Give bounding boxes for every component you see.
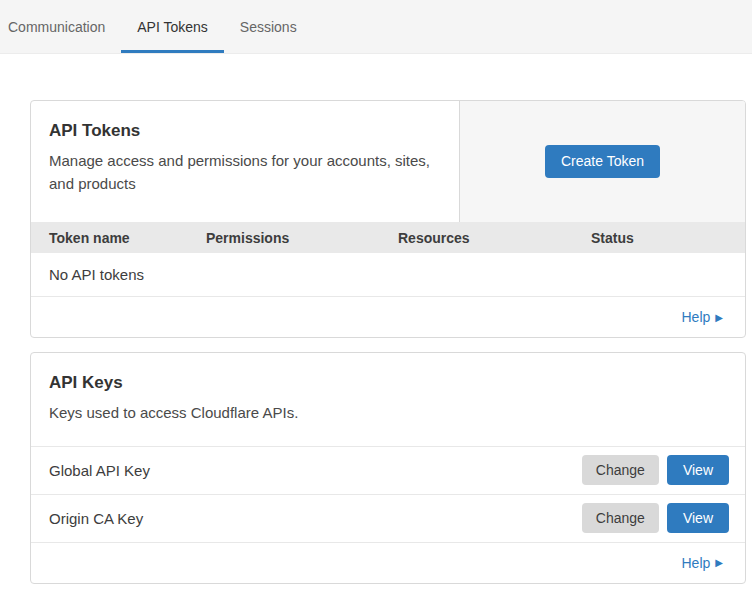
api-tokens-description: Manage access and permissions for your a…	[49, 150, 441, 195]
change-global-api-key-button[interactable]: Change	[582, 455, 659, 485]
help-arrow-icon: ▶	[715, 557, 723, 568]
tab-communication[interactable]: Communication	[8, 0, 121, 53]
tab-sessions[interactable]: Sessions	[224, 0, 313, 53]
api-keys-card-header: API Keys Keys used to access Cloudflare …	[31, 353, 745, 447]
api-tokens-card-header-actions: Create Token	[460, 101, 745, 222]
token-table-header-token-name: Token name	[49, 230, 206, 246]
create-token-button[interactable]: Create Token	[545, 145, 660, 177]
token-table-header-row: Token name Permissions Resources Status	[31, 222, 745, 253]
view-origin-ca-key-button[interactable]: View	[667, 503, 729, 533]
change-origin-ca-key-button[interactable]: Change	[582, 503, 659, 533]
help-arrow-icon: ▶	[715, 312, 723, 323]
token-table-empty-row: No API tokens	[31, 253, 745, 297]
api-tokens-card-header: API Tokens Manage access and permissions…	[31, 101, 745, 222]
empty-tokens-message: No API tokens	[49, 266, 144, 283]
view-global-api-key-button[interactable]: View	[667, 455, 729, 485]
help-link-label: Help	[682, 555, 711, 571]
api-tokens-title: API Tokens	[49, 121, 441, 141]
api-keys-help-row: Help ▶	[31, 543, 745, 583]
tab-api-tokens[interactable]: API Tokens	[121, 0, 224, 53]
api-key-label-origin-ca: Origin CA Key	[49, 510, 143, 527]
api-keys-help-link[interactable]: Help ▶	[682, 555, 724, 571]
token-table-header-status: Status	[591, 230, 745, 246]
api-tokens-help-row: Help ▶	[31, 297, 745, 337]
main-content: API Tokens Manage access and permissions…	[0, 54, 752, 584]
api-key-actions-origin-ca: Change View	[582, 503, 729, 533]
api-key-label-global: Global API Key	[49, 462, 150, 479]
help-link-label: Help	[682, 309, 711, 325]
api-tokens-help-link[interactable]: Help ▶	[682, 309, 724, 325]
api-keys-title: API Keys	[49, 373, 727, 393]
api-keys-card: API Keys Keys used to access Cloudflare …	[30, 352, 746, 584]
api-key-actions-global: Change View	[582, 455, 729, 485]
api-key-row-origin-ca: Origin CA Key Change View	[31, 495, 745, 543]
token-table-header-resources: Resources	[398, 230, 591, 246]
tab-bar: Communication API Tokens Sessions	[0, 0, 752, 54]
api-key-row-global: Global API Key Change View	[31, 447, 745, 495]
api-tokens-card-header-text: API Tokens Manage access and permissions…	[31, 101, 460, 222]
api-keys-description: Keys used to access Cloudflare APIs.	[49, 402, 727, 425]
token-table-header-permissions: Permissions	[206, 230, 398, 246]
api-tokens-card: API Tokens Manage access and permissions…	[30, 100, 746, 338]
